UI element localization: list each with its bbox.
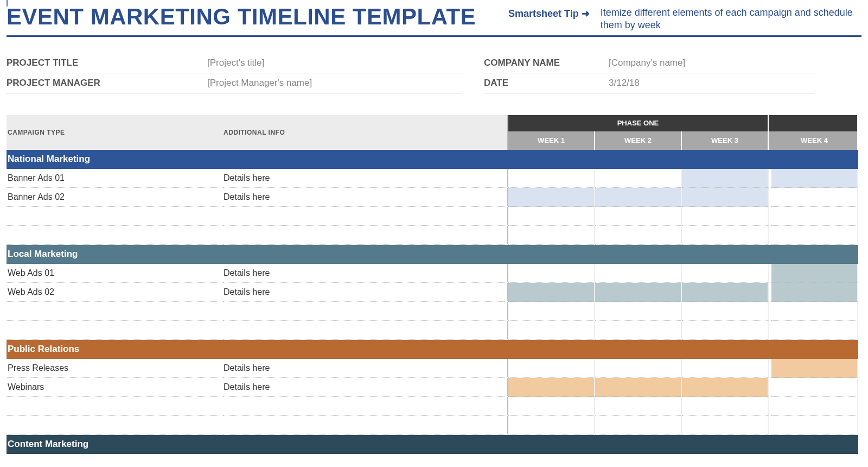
cursor-indicator — [7, 0, 8, 7]
timeline-cell[interactable] — [682, 169, 769, 188]
week-header-2: WEEK 2 — [595, 131, 682, 150]
table-row-info[interactable]: Details here — [224, 169, 508, 188]
timeline-cell[interactable] — [508, 302, 595, 321]
table-row-name[interactable] — [7, 416, 224, 435]
project-info: PROJECT TITLE [Project's title] COMPANY … — [7, 53, 861, 93]
timeline-grid: CAMPAIGN TYPE ADDITIONAL INFO PHASE ONE … — [7, 115, 861, 454]
section-local-bar — [508, 245, 769, 264]
timeline-cell[interactable] — [508, 416, 595, 435]
timeline-cell[interactable] — [595, 226, 682, 245]
timeline-cell[interactable] — [595, 264, 682, 283]
timeline-cell[interactable] — [771, 302, 858, 321]
timeline-cell[interactable] — [682, 416, 769, 435]
project-title-value[interactable]: [Project's title] — [207, 53, 462, 73]
week-header-1: WEEK 1 — [508, 131, 595, 150]
table-row-name[interactable] — [7, 207, 224, 226]
timeline-cell[interactable] — [682, 378, 769, 397]
timeline-cell[interactable] — [595, 359, 682, 378]
section-pr-bar-ext — [771, 340, 858, 359]
timeline-cell[interactable] — [508, 283, 595, 302]
table-row-name[interactable] — [7, 226, 224, 245]
table-row-name[interactable] — [7, 397, 224, 416]
timeline-cell[interactable] — [682, 188, 769, 207]
timeline-cell[interactable] — [682, 321, 769, 340]
timeline-cell[interactable] — [508, 378, 595, 397]
timeline-cell[interactable] — [771, 207, 858, 226]
table-row-info[interactable] — [224, 321, 508, 340]
table-row-info[interactable]: Details here — [224, 359, 508, 378]
table-row-name[interactable]: Press Releases — [7, 359, 224, 378]
company-name-value[interactable]: [Company's name] — [609, 53, 815, 73]
timeline-cell[interactable] — [595, 302, 682, 321]
timeline-cell[interactable] — [771, 359, 858, 378]
timeline-cell[interactable] — [595, 321, 682, 340]
timeline-cell[interactable] — [508, 321, 595, 340]
timeline-cell[interactable] — [771, 416, 858, 435]
timeline-cell[interactable] — [508, 207, 595, 226]
page-title: EVENT MARKETING TIMELINE TEMPLATE — [7, 4, 476, 29]
table-row-info[interactable]: Details here — [224, 264, 508, 283]
table-row-info[interactable] — [224, 397, 508, 416]
timeline-cell[interactable] — [771, 264, 858, 283]
timeline-cell[interactable] — [771, 169, 858, 188]
timeline-cell[interactable] — [595, 416, 682, 435]
timeline-cell[interactable] — [682, 359, 769, 378]
timeline-cell[interactable] — [771, 397, 858, 416]
timeline-cell[interactable] — [682, 397, 769, 416]
table-row-name[interactable]: Web Ads 01 — [7, 264, 224, 283]
timeline-cell[interactable] — [595, 378, 682, 397]
timeline-cell[interactable] — [595, 188, 682, 207]
timeline-cell[interactable] — [682, 264, 769, 283]
timeline-cell[interactable] — [682, 302, 769, 321]
table-row-name[interactable]: Web Ads 02 — [7, 283, 224, 302]
table-row-info[interactable]: Details here — [224, 283, 508, 302]
table-row-name[interactable] — [7, 321, 224, 340]
timeline-cell[interactable] — [682, 283, 769, 302]
timeline-cell[interactable] — [771, 321, 858, 340]
section-content-bar-ext — [771, 435, 858, 454]
timeline-cell[interactable] — [508, 226, 595, 245]
date-label: DATE — [484, 73, 609, 93]
timeline-cell[interactable] — [595, 169, 682, 188]
table-row-info[interactable]: Details here — [224, 378, 508, 397]
timeline-cell[interactable] — [595, 283, 682, 302]
timeline-cell[interactable] — [595, 397, 682, 416]
table-row-info[interactable] — [224, 416, 508, 435]
section-content-name: Content Marketing — [7, 435, 508, 454]
timeline-cell[interactable] — [682, 226, 769, 245]
col-campaign-type: CAMPAIGN TYPE — [7, 115, 224, 150]
timeline-cell[interactable] — [508, 169, 595, 188]
table-row-name[interactable] — [7, 302, 224, 321]
spacer — [462, 73, 484, 93]
spacer — [462, 53, 484, 73]
table-row-name[interactable]: Banner Ads 01 — [7, 169, 224, 188]
timeline-cell[interactable] — [508, 264, 595, 283]
timeline-cell[interactable] — [771, 226, 858, 245]
section-national-name: National Marketing — [7, 150, 508, 169]
tip-description: Itemize different elements of each campa… — [601, 4, 861, 32]
timeline-cell[interactable] — [771, 188, 858, 207]
section-local-bar-ext — [771, 245, 858, 264]
phase-header: PHASE ONE — [508, 115, 769, 131]
project-manager-label: PROJECT MANAGER — [7, 73, 207, 93]
table-row-info[interactable] — [224, 207, 508, 226]
section-national-bar-ext — [771, 150, 858, 169]
week-header-4: WEEK 4 — [771, 131, 858, 150]
arrow-right-icon: ➜ — [582, 8, 590, 19]
timeline-cell[interactable] — [771, 283, 858, 302]
timeline-cell[interactable] — [682, 207, 769, 226]
timeline-cell[interactable] — [771, 378, 858, 397]
table-row-info[interactable]: Details here — [224, 188, 508, 207]
timeline-cell[interactable] — [595, 207, 682, 226]
timeline-cell[interactable] — [508, 397, 595, 416]
phase-header-ext — [771, 115, 858, 131]
date-value[interactable]: 3/12/18 — [609, 73, 815, 93]
table-row-info[interactable] — [224, 302, 508, 321]
table-row-name[interactable]: Webinars — [7, 378, 224, 397]
table-row-name[interactable]: Banner Ads 02 — [7, 188, 224, 207]
timeline-cell[interactable] — [508, 359, 595, 378]
tip-label[interactable]: Smartsheet Tip ➜ — [508, 4, 590, 20]
project-manager-value[interactable]: [Project Manager's name] — [207, 73, 462, 93]
timeline-cell[interactable] — [508, 188, 595, 207]
table-row-info[interactable] — [224, 226, 508, 245]
